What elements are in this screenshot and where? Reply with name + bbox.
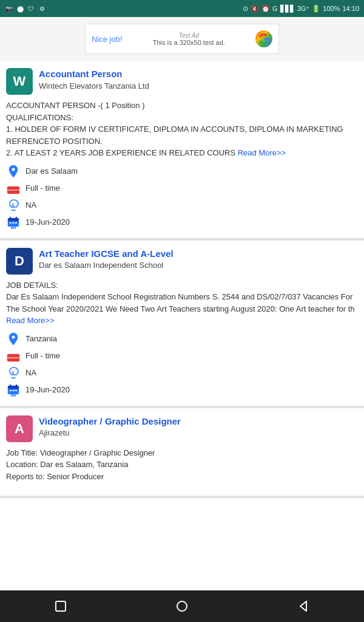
job-salary: NA <box>25 368 36 377</box>
job-salary: NA <box>25 200 36 210</box>
location-icon: ⊙ <box>243 5 248 13</box>
svg-point-13 <box>12 335 15 338</box>
company-name: Wintech Elevators Tanzania Ltd <box>39 81 149 91</box>
briefcase-icon <box>6 181 21 196</box>
job-meta: Tanzania Full - time $ NA 19-Jun-2020 <box>6 332 358 397</box>
volume-icon: 🔇 <box>251 5 259 13</box>
location-icon <box>6 164 21 179</box>
svg-rect-9 <box>13 222 15 224</box>
job-date-row: 19-Jun-2020 <box>6 215 358 230</box>
company-logo: A <box>6 415 33 442</box>
job-location: Dar es Salaam <box>25 166 78 176</box>
company-name: Dar es Salaam Independent School <box>39 261 174 270</box>
google-icon <box>255 30 272 47</box>
job-description: ACCOUNTANT PERSON -( 1 Position )QUALIFI… <box>6 100 358 159</box>
calendar-icon <box>6 383 21 397</box>
shield-icon: 🛡 <box>27 4 35 13</box>
svg-point-0 <box>12 168 15 171</box>
job-header: W Accountant Person Wintech Elevators Ta… <box>6 68 358 95</box>
job-header: D Art Teacher IGCSE and A-Level Dar es S… <box>6 248 358 275</box>
job-location: Tanzania <box>25 334 57 343</box>
salary-icon: $ <box>6 366 21 380</box>
circle-icon: ⬤ <box>16 4 24 13</box>
job-type-row: Full - time <box>6 349 358 363</box>
ad-nice-job: Nice job! <box>92 35 123 44</box>
nav-back-button[interactable] <box>294 597 312 615</box>
ad-text: This is a 320x50 test ad. <box>148 39 230 46</box>
job-type: Full - time <box>25 351 60 360</box>
job-date: 19-Jun-2020 <box>25 217 70 227</box>
job-date: 19-Jun-2020 <box>25 385 70 394</box>
svg-rect-23 <box>15 390 17 391</box>
signal-bars: ▋▋▋ <box>280 5 295 13</box>
battery-icon: 🔋 <box>312 5 320 13</box>
calendar-icon <box>6 215 21 230</box>
job-title[interactable]: Art Teacher IGCSE and A-Level <box>39 248 174 260</box>
read-more-link[interactable]: Read More>> <box>238 148 286 157</box>
status-bar-left: 📷 ⬤ 🛡 ⚙ <box>5 4 46 13</box>
status-bar-right: ⊙ 🔇 ⏰ G ▋▋▋ 3G⁺ 🔋 100% 14:10 <box>243 5 359 13</box>
job-description: JOB DETAILS:Dar Es Salaam Independent Sc… <box>6 279 358 327</box>
job-title-block: Videographer / Graphic Designer Ajirazet… <box>39 415 181 438</box>
job-card-1[interactable]: W Accountant Person Wintech Elevators Ta… <box>0 61 364 241</box>
briefcase-icon <box>6 349 21 363</box>
nav-home-button[interactable] <box>173 597 191 615</box>
job-location-row: Tanzania <box>6 332 358 346</box>
company-name: Ajirazetu <box>39 428 181 437</box>
location-icon <box>6 332 21 346</box>
svg-text:$: $ <box>12 371 15 375</box>
job-card-3[interactable]: A Videographer / Graphic Designer Ajiraz… <box>0 408 364 499</box>
svg-point-25 <box>13 394 15 396</box>
read-more-link[interactable]: Read More>> <box>6 316 55 325</box>
job-list: W Accountant Person Wintech Elevators Ta… <box>0 61 364 498</box>
status-bar: 📷 ⬤ 🛡 ⚙ ⊙ 🔇 ⏰ G ▋▋▋ 3G⁺ 🔋 100% 14:10 <box>0 0 364 17</box>
job-salary-row: $ NA <box>6 198 358 213</box>
svg-rect-8 <box>10 222 12 224</box>
svg-point-27 <box>177 601 187 611</box>
photo-icon: 📷 <box>5 4 13 13</box>
bottom-nav <box>0 590 364 622</box>
svg-text:$: $ <box>12 203 15 208</box>
svg-rect-22 <box>13 390 15 391</box>
svg-point-12 <box>13 227 15 228</box>
job-title[interactable]: Videographer / Graphic Designer <box>39 415 181 428</box>
svg-rect-18 <box>8 386 19 389</box>
svg-rect-21 <box>10 390 12 391</box>
ad-banner: Nice job! Test Ad This is a 320x50 test … <box>85 24 279 54</box>
job-card-2[interactable]: D Art Teacher IGCSE and A-Level Dar es S… <box>0 241 364 408</box>
ad-label: Test Ad <box>179 32 199 39</box>
svg-rect-5 <box>8 218 19 221</box>
misc-icon: ⚙ <box>38 4 46 13</box>
time-display: 14:10 <box>342 5 359 12</box>
job-type-row: Full - time <box>6 181 358 196</box>
job-description: Job Title: Videographer / Graphic Design… <box>6 447 358 483</box>
company-logo: W <box>6 68 33 95</box>
job-date-row: 19-Jun-2020 <box>6 383 358 397</box>
alarm-icon: ⏰ <box>261 5 270 13</box>
job-meta: Dar es Salaam Full - time $ NA 19-Jun-20… <box>6 164 358 230</box>
job-title[interactable]: Accountant Person <box>39 68 149 80</box>
svg-marker-28 <box>300 601 306 611</box>
job-title-block: Accountant Person Wintech Elevators Tanz… <box>39 68 149 91</box>
battery-percent: 100% <box>323 5 340 12</box>
job-title-block: Art Teacher IGCSE and A-Level Dar es Sal… <box>39 248 174 270</box>
company-logo: D <box>6 248 33 275</box>
job-header: A Videographer / Graphic Designer Ajiraz… <box>6 415 358 442</box>
svg-rect-10 <box>15 222 17 224</box>
svg-rect-26 <box>56 601 66 611</box>
network-type: 3G⁺ <box>297 5 310 13</box>
g-icon: G <box>272 5 278 12</box>
salary-icon: $ <box>6 198 21 213</box>
job-type: Full - time <box>25 183 60 193</box>
nav-square-button[interactable] <box>52 597 70 615</box>
job-location-row: Dar es Salaam <box>6 164 358 179</box>
job-salary-row: $ NA <box>6 366 358 380</box>
